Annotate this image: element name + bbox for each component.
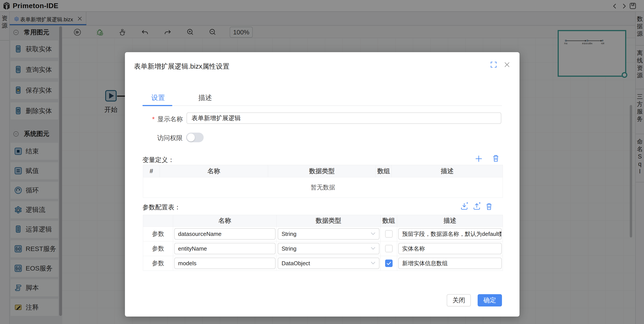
param-type-value: String — [282, 230, 296, 238]
param-name-value: datasourceName — [178, 230, 222, 238]
col-desc: 描述 — [392, 165, 503, 177]
delete-params-icon[interactable] — [485, 202, 494, 211]
col-array: 数组 — [376, 165, 392, 177]
param-name-input[interactable]: entityName — [174, 243, 276, 254]
tab-settings[interactable]: 设置 — [151, 93, 165, 102]
export-params-icon[interactable] — [472, 202, 481, 211]
required-asterisk: * — [152, 115, 155, 122]
delete-variable-icon[interactable] — [492, 154, 500, 163]
col-type: 数据类型 — [277, 215, 380, 227]
param-desc-value: 实体名称 — [402, 245, 425, 252]
chevron-down-icon — [371, 262, 376, 264]
access-label: 访问权限 — [157, 134, 182, 142]
param-row: 参数 datasourceName String 预留字段，数据源名称，默认为d… — [143, 227, 503, 241]
param-desc-value: 预留字段，数据源名称，默认为default数 — [402, 230, 502, 238]
param-desc-input[interactable]: 新增实体信息数组 — [398, 258, 502, 269]
params-section-label: 参数配置表： — [142, 203, 180, 212]
check-icon — [386, 261, 391, 265]
col-name: 名称 — [160, 165, 268, 177]
tab-description[interactable]: 描述 — [198, 93, 212, 102]
param-row: 参数 entityName String 实体名称 — [143, 241, 503, 256]
display-name-label: 显示名称 — [158, 116, 183, 122]
chevron-down-icon — [371, 247, 376, 250]
display-name-value: 表单新增扩展逻辑 — [192, 114, 241, 122]
col-kind — [143, 215, 173, 227]
param-array-checkbox[interactable] — [385, 230, 392, 238]
param-type-select[interactable]: String — [278, 228, 380, 240]
variables-section-label: 变量定义： — [142, 156, 174, 164]
variables-table: # 名称 数据类型 数组 描述 暂无数据 — [143, 165, 503, 198]
ok-button[interactable]: 确定 — [478, 294, 502, 306]
display-name-row: * 显示名称 — [152, 115, 183, 124]
param-name-value: models — [178, 260, 196, 267]
col-array: 数组 — [380, 215, 397, 227]
toggle-knob — [187, 134, 195, 142]
col-name: 名称 — [173, 215, 277, 227]
param-desc-value: 新增实体信息数组 — [402, 260, 448, 267]
param-kind: 参数 — [143, 227, 173, 241]
dialog-title: 表单新增扩展逻辑.bizx属性设置 — [134, 62, 230, 71]
close-button[interactable]: 关闭 — [447, 294, 471, 306]
param-name-input[interactable]: datasourceName — [174, 228, 276, 240]
param-name-input[interactable]: models — [174, 258, 276, 269]
param-type-select[interactable]: DataObject — [278, 258, 380, 269]
primeton-ide-app: Primeton-IDE 资源 表单新增扩展逻辑.bizx — [0, 0, 644, 324]
param-name-value: entityName — [178, 245, 207, 252]
import-params-icon[interactable] — [460, 202, 469, 211]
param-kind: 参数 — [143, 256, 173, 271]
col-index: # — [143, 165, 160, 177]
param-desc-input[interactable]: 实体名称 — [398, 243, 502, 254]
param-type-value: String — [282, 245, 296, 252]
dialog-tabs: 设置 描述 — [142, 90, 502, 106]
param-type-select[interactable]: String — [278, 243, 380, 254]
param-array-checkbox[interactable] — [385, 260, 392, 267]
dialog-close-icon[interactable] — [504, 62, 510, 68]
param-type-value: DataObject — [282, 260, 310, 267]
properties-dialog: 表单新增扩展逻辑.bizx属性设置 设置 描述 * 显示名称 表单新增扩展逻辑 … — [125, 52, 520, 316]
fullscreen-icon[interactable] — [490, 62, 497, 68]
chevron-down-icon — [371, 232, 376, 235]
display-name-input[interactable]: 表单新增扩展逻辑 — [186, 112, 501, 124]
param-kind: 参数 — [143, 241, 173, 256]
param-array-checkbox[interactable] — [385, 245, 392, 252]
col-desc: 描述 — [397, 215, 503, 227]
col-type: 数据类型 — [268, 165, 376, 177]
param-row: 参数 models DataObject 新增实体信息数组 — [143, 256, 503, 271]
add-variable-icon[interactable] — [474, 154, 483, 163]
param-desc-input[interactable]: 预留字段，数据源名称，默认为default数 — [398, 228, 502, 240]
variables-empty-state: 暂无数据 — [143, 177, 503, 198]
active-tab-indicator — [142, 105, 172, 106]
params-table: 名称 数据类型 数组 描述 参数 datasourceName String 预… — [143, 215, 503, 271]
access-toggle[interactable] — [186, 133, 204, 142]
